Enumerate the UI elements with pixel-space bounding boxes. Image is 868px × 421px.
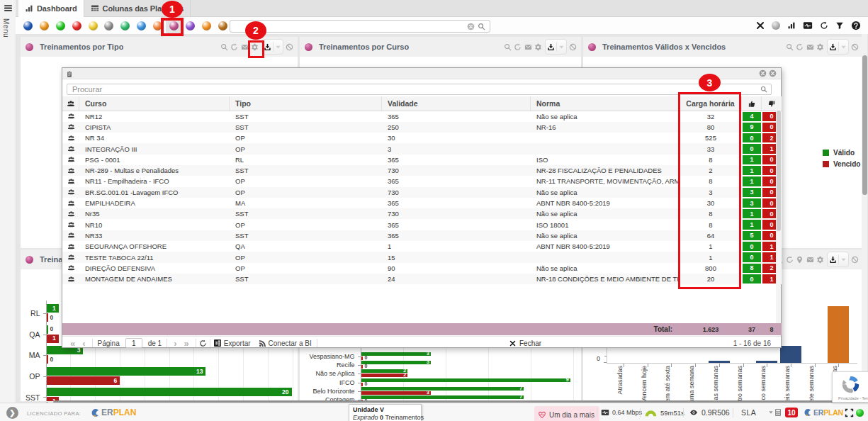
toolbar-help-circle-icon[interactable] <box>851 21 861 30</box>
pager-first-button[interactable]: « <box>67 338 79 349</box>
panel-search-icon[interactable] <box>504 43 512 51</box>
panel-mail-icon[interactable] <box>806 43 814 51</box>
vertical-scrollbar[interactable] <box>862 34 867 401</box>
status-item-session-timer[interactable]: 59m51s <box>644 403 684 421</box>
table-row[interactable]: EMPILHADEIRAMA365ABNT NBR 8400-5:2019303… <box>62 198 782 208</box>
table-row[interactable]: NR-289 - Multas e PenalidadesSST730NR-28… <box>62 165 782 176</box>
fullscreen-icon[interactable] <box>845 408 854 417</box>
toolbar-refresh-icon[interactable] <box>820 21 828 30</box>
status-item-version[interactable]: 0.9R506 <box>689 403 730 421</box>
download-options-chevron-icon[interactable] <box>840 44 847 50</box>
download-icon[interactable] <box>829 43 837 51</box>
download-options-chevron-icon[interactable] <box>275 44 281 50</box>
tab-dashboard[interactable]: Dashboard <box>18 0 84 17</box>
export-button[interactable]: Exportar <box>224 339 251 347</box>
pager-refresh-icon[interactable] <box>199 339 207 347</box>
pager-last-button[interactable]: » <box>181 338 193 349</box>
column-header-norma[interactable]: Norma <box>531 96 680 111</box>
thumbs-down-icon[interactable] <box>767 100 776 108</box>
panel-refresh-icon[interactable] <box>230 43 238 51</box>
column-header-thumbs-down[interactable] <box>762 96 782 111</box>
rss-bi-icon[interactable] <box>259 339 266 347</box>
table-row[interactable]: DIREÇÃO DEFENSIVAOP90Não se aplica80082 <box>62 263 782 274</box>
table-row[interactable]: Nr35SST730Não se aplica810 <box>62 208 782 219</box>
status-item-speed[interactable]: 0.64 Mbps <box>601 403 642 421</box>
modal-scrollbar-thumb[interactable] <box>777 111 781 231</box>
download-button-group[interactable] <box>545 39 567 55</box>
connect-bi-button[interactable]: Conectar a BI <box>269 339 312 347</box>
modal-close-icon-1[interactable] <box>759 69 767 77</box>
dashboard-ball-dark-blue[interactable] <box>20 17 36 34</box>
table-row[interactable]: NR 34OP3052502 <box>62 133 782 143</box>
notification-badge[interactable]: 10 <box>785 408 798 417</box>
status-item-sla[interactable]: SLA <box>741 403 774 421</box>
status-item-um-dia-a-mais[interactable]: Um dia a mais <box>534 406 599 421</box>
table-row[interactable]: INTEGRAÇÃO IIIOP33301 <box>62 143 782 154</box>
panel-mail-icon[interactable] <box>524 43 532 51</box>
dashboard-ball-red[interactable] <box>69 17 85 34</box>
table-row[interactable]: CIPISTASST250NR-168090 <box>62 122 782 133</box>
table-row[interactable]: NR12SST365Não se aplica3240 <box>62 111 782 122</box>
modal-close-icon-2[interactable] <box>769 69 777 77</box>
toolbar-monitor-icon[interactable] <box>803 21 813 30</box>
table-row[interactable]: NR33SST365Não se aplica6450 <box>62 230 782 241</box>
clear-search-icon[interactable] <box>467 23 475 30</box>
download-button-group[interactable] <box>261 39 283 55</box>
recaptcha-badge[interactable]: Privacidade - Termos <box>832 371 868 403</box>
dashboard-ball-green[interactable] <box>52 17 69 34</box>
pager-next-button[interactable]: › <box>170 338 180 349</box>
dashboard-ball-orange[interactable] <box>36 17 52 34</box>
column-header-thumbs-up[interactable] <box>742 96 762 111</box>
menu-strip-label[interactable]: Menu <box>2 18 10 38</box>
table-row[interactable]: NR10OP365ISO 18001810 <box>62 219 782 230</box>
table-row[interactable]: BR.SG.001.01 -Lavagem IFCOOP730Não se ap… <box>62 187 782 198</box>
download-button-group[interactable] <box>827 39 849 55</box>
table-row[interactable]: NR11 - Empilhadeira - IFCOOP365NR-11 TRA… <box>62 176 782 186</box>
dashboard-ball-yellow[interactable] <box>85 17 101 34</box>
dashboard-ball-gray[interactable] <box>101 17 117 34</box>
toolbar-chart-bars-icon[interactable] <box>787 21 796 30</box>
dashboard-ball-purple[interactable] <box>182 17 198 34</box>
modal-search-icon[interactable] <box>760 86 767 93</box>
toolbar-close-x-icon[interactable] <box>756 21 765 30</box>
pager-prev-button[interactable]: ‹ <box>79 338 89 349</box>
toolbar-funnel-icon[interactable] <box>835 21 844 30</box>
dashboard-ball-emerald[interactable] <box>117 17 133 34</box>
search-icon[interactable] <box>478 23 485 30</box>
table-row[interactable]: SEGURANÇA OFFSHOREQA1ABNT NBR 8400-5:201… <box>62 241 782 252</box>
vertical-scrollbar-thumb[interactable] <box>862 55 867 195</box>
panel-block-icon[interactable] <box>851 43 859 51</box>
column-header-validade[interactable]: Validade <box>382 96 531 111</box>
panel-block-icon[interactable] <box>569 43 577 51</box>
panel-gear-icon[interactable] <box>534 43 542 51</box>
dashboard-ball-orange-2[interactable] <box>198 17 215 34</box>
thumbs-up-icon[interactable] <box>748 100 756 108</box>
recaptcha-text[interactable]: Privacidade - Termos <box>838 396 868 400</box>
download-icon[interactable] <box>264 43 271 51</box>
pager-page-input[interactable]: 1 <box>125 338 142 348</box>
column-header-curso[interactable]: Curso <box>79 96 230 111</box>
panel-refresh-icon[interactable] <box>796 43 804 51</box>
close-button[interactable]: Fechar <box>509 339 541 347</box>
dashboard-ball-blue[interactable] <box>133 17 150 34</box>
dashboard-ball-brown[interactable] <box>215 17 231 34</box>
status-item-notes[interactable]: 10 <box>774 403 798 421</box>
table-row[interactable]: TESTE TABOCA 22/11OP15101 <box>62 252 782 262</box>
toolbar-ball-gray-sphere-icon[interactable] <box>772 21 780 30</box>
download-icon[interactable] <box>547 43 555 51</box>
modal-search-input[interactable] <box>67 85 760 94</box>
panel-search-icon[interactable] <box>786 43 794 51</box>
panel-gear-icon[interactable] <box>816 43 824 51</box>
column-header-tipo[interactable]: Tipo <box>230 96 382 111</box>
panel-mail-icon[interactable] <box>241 43 249 51</box>
download-options-chevron-icon[interactable] <box>558 44 565 50</box>
table-row[interactable]: MONTAGEM DE ANDAIMESSST24NR-18 CONDIÇÕES… <box>62 274 782 284</box>
panel-block-icon[interactable] <box>286 43 293 51</box>
modal-scrollbar[interactable] <box>776 111 781 323</box>
table-row[interactable]: PSG - 0001RL365ISO810 <box>62 155 782 165</box>
clipboard-icon[interactable] <box>66 70 73 78</box>
excel-icon[interactable] <box>213 339 222 347</box>
panel-refresh-icon[interactable] <box>514 43 522 51</box>
hamburger-menu-icon[interactable] <box>4 4 13 13</box>
panel-search-icon[interactable] <box>220 43 228 51</box>
